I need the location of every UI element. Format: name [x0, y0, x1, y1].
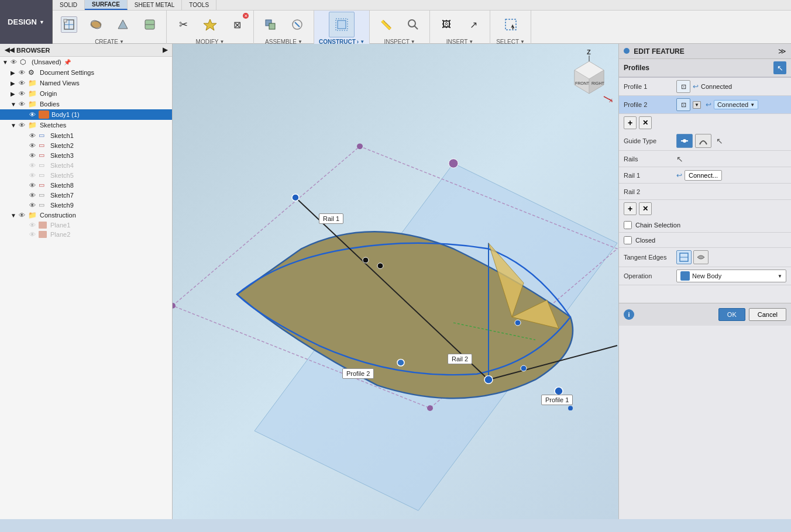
tree-item-sketch9[interactable]: 👁 ▭ Sketch9 [0, 200, 172, 210]
edit-panel-title-area: EDIT FEATURE [624, 47, 685, 56]
closed-checkbox[interactable] [624, 236, 632, 244]
tree-expand-bodies[interactable]: ▼ [11, 101, 19, 108]
insert-btn-2[interactable]: ↗ [460, 12, 486, 37]
inspect-btn-2[interactable] [400, 12, 426, 37]
tree-eye-construction[interactable]: 👁 [19, 212, 28, 219]
inspect-btn-1[interactable]: 📏 [373, 12, 399, 37]
tree-label-root: (Unsaved) [32, 58, 61, 65]
tree-item-sketches[interactable]: ▼ 👁 📁 Sketches [0, 120, 172, 130]
ok-button[interactable]: OK [718, 308, 745, 321]
tree-item-sketch5[interactable]: 👁 ▭ Sketch5 [0, 170, 172, 180]
tab-surface[interactable]: SURFACE [85, 0, 128, 10]
profile2-icon-arrow[interactable]: ▼ [693, 101, 701, 109]
profiles-add-btn[interactable]: + [624, 116, 637, 129]
tree-eye-sketch4[interactable]: 👁 [29, 162, 39, 169]
tree-item-sketch2[interactable]: 👁 ▭ Sketch2 [0, 140, 172, 150]
cancel-button[interactable]: Cancel [749, 308, 786, 321]
tree-label-sketch8: Sketch8 [50, 182, 74, 189]
create-btn-2[interactable] [83, 12, 109, 37]
svg-point-40 [515, 320, 521, 326]
design-button[interactable]: DESIGN ▼ [0, 0, 53, 44]
profile1-icon[interactable]: ⊡ [676, 80, 690, 93]
tree-expand-construction[interactable]: ▼ [11, 212, 19, 219]
tree-item-bodies[interactable]: ▼ 👁 📁 Bodies [0, 99, 172, 109]
modify-btn-1[interactable]: ✂ [170, 12, 196, 37]
tree-eye-sketch2[interactable]: 👁 [29, 142, 39, 149]
tree-eye-sketch9[interactable]: 👁 [29, 202, 39, 209]
tangent-edges-btn-1[interactable] [676, 250, 692, 264]
guide-type-btn-1[interactable] [676, 134, 693, 148]
modify-btn-2[interactable] [197, 12, 223, 37]
tree-item-named-views[interactable]: ▶ 👁 📁 Named Views [0, 78, 172, 88]
create-btn-1[interactable] [56, 12, 82, 37]
tree-item-sketch4[interactable]: 👁 ▭ Sketch4 [0, 160, 172, 170]
tree-eye-named-views[interactable]: 👁 [19, 80, 28, 87]
tree-eye-sketches[interactable]: 👁 [19, 122, 28, 129]
profiles-remove-btn[interactable]: ✕ [639, 116, 652, 129]
create-btn-4[interactable] [137, 12, 163, 37]
tree-expand-sketches[interactable]: ▼ [11, 122, 19, 129]
tree-eye-doc[interactable]: 👁 [19, 69, 28, 76]
tree-eye-plane2[interactable]: 👁 [29, 231, 39, 238]
tree-expand-doc[interactable]: ▶ [11, 70, 19, 76]
tree-eye-bodies[interactable]: 👁 [19, 101, 28, 108]
tree-eye-origin[interactable]: 👁 [19, 90, 28, 97]
tree-eye-root[interactable]: 👁 [11, 58, 20, 65]
chain-selection-label[interactable]: Chain Selection [635, 222, 680, 229]
create-btn-3[interactable] [110, 12, 136, 37]
tree-item-origin[interactable]: ▶ 👁 📁 Origin [0, 88, 172, 99]
tab-tools[interactable]: TOOLS [182, 0, 216, 10]
tree-item-sketch7[interactable]: 👁 ▭ Sketch7 [0, 190, 172, 200]
info-icon[interactable]: i [624, 309, 634, 320]
assemble-btn-2[interactable] [284, 12, 310, 37]
tree-eye-body1[interactable]: 👁 [29, 111, 39, 118]
tree-eye-plane1[interactable]: 👁 [29, 222, 39, 229]
profiles-select-icon[interactable]: ↖ [773, 61, 786, 74]
tree-icon-sketch1: ▭ [39, 132, 49, 139]
design-arrow: ▼ [39, 19, 44, 25]
guide-type-btn-2[interactable] [695, 134, 711, 148]
profile2-icon-btn[interactable]: ⊡ [676, 98, 690, 111]
tree-item-plane2[interactable]: 👁 Plane2 [0, 230, 172, 239]
profile1-label: Profile 1 [624, 83, 676, 90]
construct-btn[interactable] [329, 12, 355, 37]
tangent-edges-btn-2[interactable] [693, 250, 709, 264]
profile2-connected-badge[interactable]: Connected ▼ [714, 100, 758, 109]
browser-collapse-icon[interactable]: ◀◀ [5, 46, 14, 54]
modify-btn-3[interactable]: ⊠ ✕ [224, 12, 250, 37]
svg-marker-19 [511, 24, 515, 30]
tree-expand-named-views[interactable]: ▶ [11, 80, 19, 87]
tree-expand-origin[interactable]: ▶ [11, 91, 19, 97]
tree-eye-sketch5[interactable]: 👁 [29, 172, 39, 179]
select-btn[interactable] [498, 12, 524, 37]
rails-remove-btn[interactable]: ✕ [639, 202, 652, 215]
panel-collapse-btn[interactable]: ≫ [778, 47, 786, 56]
tree-item-construction[interactable]: ▼ 👁 📁 Construction [0, 210, 172, 220]
tree-item-doc-settings[interactable]: ▶ 👁 ⚙ Document Settings [0, 67, 172, 78]
tab-sheet-metal[interactable]: SHEET METAL [128, 0, 183, 10]
rail1-connect-btn[interactable]: Connect... [685, 170, 722, 181]
chain-selection-checkbox[interactable] [624, 221, 632, 229]
tree-item-sketch3[interactable]: 👁 ▭ Sketch3 [0, 150, 172, 160]
tree-label-body1: Body1 (1) [51, 111, 80, 118]
operation-dropdown[interactable]: New Body ▼ [676, 270, 786, 282]
tree-item-sketch1[interactable]: 👁 ▭ Sketch1 [0, 130, 172, 140]
tree-eye-sketch3[interactable]: 👁 [29, 152, 39, 159]
tree-item-plane1[interactable]: 👁 Plane1 [0, 220, 172, 230]
rail2-row: Rail 2 [619, 184, 791, 200]
svg-text:FRONT: FRONT [575, 81, 590, 85]
rails-add-btn[interactable]: + [624, 202, 637, 215]
assemble-btn-1[interactable] [257, 12, 283, 37]
tree-item-sketch8[interactable]: 👁 ▭ Sketch8 [0, 180, 172, 190]
closed-label[interactable]: Closed [635, 237, 655, 244]
tree-expand-root[interactable]: ▼ [2, 59, 11, 65]
tree-item-body1[interactable]: 👁 Body1 (1) [0, 109, 172, 120]
tab-solid[interactable]: SOLID [53, 0, 85, 10]
tree-pin-root[interactable]: 📌 [64, 59, 71, 65]
insert-btn-1[interactable]: 🖼 [434, 12, 459, 37]
tree-eye-sketch7[interactable]: 👁 [29, 192, 39, 199]
tree-item-root[interactable]: ▼ 👁 ⬡ (Unsaved) 📌 [0, 57, 172, 67]
tree-eye-sketch8[interactable]: 👁 [29, 182, 39, 189]
tree-eye-sketch1[interactable]: 👁 [29, 132, 39, 139]
browser-expand-icon[interactable]: ▶ [163, 46, 167, 54]
